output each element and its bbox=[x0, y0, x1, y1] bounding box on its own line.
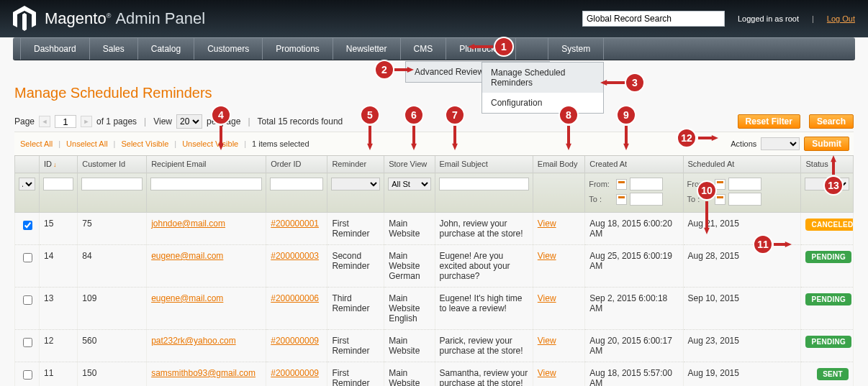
dropdown-item-manage-scheduled[interactable]: Manage Scheduled Reminders bbox=[482, 63, 603, 93]
nav-hidden[interactable] bbox=[516, 38, 548, 60]
cell-created: Aug 20, 2015 6:00:17 AM bbox=[585, 330, 683, 362]
filter-customer-id[interactable] bbox=[81, 178, 143, 190]
select-visible-link[interactable]: Select Visible bbox=[121, 139, 168, 148]
cell-email-link[interactable]: johndoe@mail.com bbox=[151, 219, 225, 229]
cell-email-link[interactable]: samsmithbo93@gmail.com bbox=[151, 368, 256, 378]
global-search-input[interactable] bbox=[582, 11, 725, 27]
dropdown-item-advanced-reviews[interactable]: Advanced Reviews & Reminders Manage Sche… bbox=[406, 62, 549, 82]
submit-button[interactable]: Submit bbox=[804, 137, 849, 151]
cell-created: Aug 18, 2015 5:57:00 AM bbox=[585, 362, 683, 387]
row-checkbox[interactable] bbox=[23, 253, 32, 262]
nav-dashboard[interactable]: Dashboard bbox=[20, 38, 90, 60]
calendar-icon[interactable] bbox=[715, 194, 725, 205]
filter-status[interactable] bbox=[805, 178, 849, 190]
filter-subject[interactable] bbox=[439, 178, 529, 190]
cell-scheduled: Aug 23, 2015 bbox=[683, 330, 801, 362]
dropdown-item-configuration[interactable]: Configuration bbox=[482, 93, 603, 113]
brand-name: Magento® Admin Panel bbox=[45, 9, 205, 28]
cell-email-link[interactable]: eugene@mail.com bbox=[151, 293, 223, 303]
cell-order-link[interactable]: #200000009 bbox=[271, 368, 319, 378]
table-row[interactable]: 13109eugene@mail.com#200000006Third Remi… bbox=[15, 288, 854, 330]
nav-plumrocket[interactable]: Plumrocket bbox=[446, 38, 516, 60]
cell-id: 12 bbox=[40, 330, 78, 362]
filter-created-to[interactable] bbox=[630, 193, 663, 206]
cell-email-link[interactable]: pat232rk@yahoo.com bbox=[151, 336, 236, 346]
col-store-view[interactable]: Store View bbox=[384, 156, 435, 173]
filter-created-from[interactable] bbox=[630, 178, 663, 190]
filter-reminder[interactable] bbox=[331, 178, 380, 190]
prev-page-button[interactable]: ◄ bbox=[39, 116, 50, 127]
calendar-icon[interactable] bbox=[616, 179, 627, 190]
nav-catalog[interactable]: Catalog bbox=[138, 38, 194, 60]
filter-scheduled-from[interactable] bbox=[728, 178, 761, 190]
cell-reminder: First Reminder bbox=[327, 362, 384, 387]
cell-body-link[interactable]: View bbox=[538, 336, 556, 346]
col-id[interactable]: ID↓ bbox=[40, 156, 78, 173]
page-input[interactable] bbox=[55, 115, 76, 128]
col-order-id[interactable]: Order ID bbox=[266, 156, 327, 173]
row-checkbox[interactable] bbox=[23, 221, 32, 230]
select-all-link[interactable]: Select All bbox=[20, 139, 53, 148]
total-records: Total 15 records found bbox=[258, 116, 343, 127]
col-created-at[interactable]: Created At bbox=[585, 156, 683, 173]
row-checkbox[interactable] bbox=[23, 370, 32, 380]
col-customer-id[interactable]: Customer Id bbox=[78, 156, 147, 173]
filter-order-id[interactable] bbox=[270, 178, 323, 190]
cell-scheduled: Sep 10, 2015 bbox=[683, 288, 801, 330]
pager-page-label: Page bbox=[14, 116, 35, 127]
col-recipient-email[interactable]: Recipient Email bbox=[147, 156, 266, 173]
cell-customer-id: 109 bbox=[78, 288, 147, 330]
cell-body-link[interactable]: View bbox=[538, 368, 556, 378]
nav-promotions[interactable]: Promotions bbox=[263, 38, 333, 60]
table-row[interactable]: 1575johndoe@mail.com#200000001First Remi… bbox=[15, 213, 854, 245]
cell-order-link[interactable]: #200000001 bbox=[271, 219, 319, 229]
cell-order-link[interactable]: #200000009 bbox=[271, 336, 319, 346]
cell-email-link[interactable]: eugene@mail.com bbox=[151, 251, 223, 261]
cell-id: 15 bbox=[40, 213, 78, 245]
cell-customer-id: 75 bbox=[78, 213, 147, 245]
col-status[interactable]: Status bbox=[801, 156, 854, 173]
dropdown-menu: Advanced Reviews & Reminders Manage Sche… bbox=[405, 61, 550, 83]
nav-newsletter[interactable]: Newsletter bbox=[333, 38, 401, 60]
row-checkbox[interactable] bbox=[23, 338, 32, 347]
filter-checkbox[interactable]: Any bbox=[19, 178, 35, 190]
unselect-all-link[interactable]: Unselect All bbox=[66, 139, 107, 148]
nav-sales[interactable]: Sales bbox=[90, 38, 138, 60]
nav-system[interactable]: System bbox=[548, 38, 604, 60]
unselect-visible-link[interactable]: Unselect Visible bbox=[182, 139, 238, 148]
table-row[interactable]: 1484eugene@mail.com#200000003Second Remi… bbox=[15, 245, 854, 288]
magento-logo-icon bbox=[13, 6, 36, 32]
col-email-subject[interactable]: Email Subject bbox=[435, 156, 533, 173]
next-page-button[interactable]: ► bbox=[81, 116, 92, 127]
nav-customers[interactable]: Customers bbox=[194, 38, 263, 60]
cell-order-link[interactable]: #200000003 bbox=[271, 251, 319, 261]
status-badge: SENT bbox=[817, 368, 849, 380]
table-row[interactable]: 11150samsmithbo93@gmail.com#200000009Fir… bbox=[15, 362, 854, 387]
svg-marker-1 bbox=[22, 13, 27, 31]
row-checkbox[interactable] bbox=[23, 295, 32, 305]
filter-email[interactable] bbox=[150, 178, 262, 190]
calendar-icon[interactable] bbox=[616, 194, 627, 205]
per-page-select[interactable]: 20 bbox=[176, 114, 202, 129]
calendar-icon[interactable] bbox=[715, 179, 725, 190]
cell-order-link[interactable]: #200000006 bbox=[271, 293, 319, 303]
logout-link[interactable]: Log Out bbox=[827, 14, 855, 23]
cell-store: Main Website English bbox=[384, 288, 435, 330]
reset-filter-button[interactable]: Reset Filter bbox=[738, 114, 800, 129]
table-row[interactable]: 12560pat232rk@yahoo.com#200000009First R… bbox=[15, 330, 854, 362]
col-reminder[interactable]: Reminder bbox=[327, 156, 384, 173]
filter-scheduled-to[interactable] bbox=[728, 193, 761, 206]
actions-select[interactable] bbox=[761, 137, 800, 150]
cell-subject: Eugene! Are you excited about your purch… bbox=[435, 245, 533, 288]
search-button[interactable]: Search bbox=[809, 114, 854, 129]
nav-cms[interactable]: CMS bbox=[401, 38, 447, 60]
filter-store[interactable]: All St bbox=[388, 178, 430, 190]
cell-body-link[interactable]: View bbox=[538, 219, 556, 229]
status-badge: CANCELED bbox=[805, 219, 853, 231]
cell-body-link[interactable]: View bbox=[538, 293, 556, 303]
col-scheduled-at[interactable]: Scheduled At bbox=[683, 156, 801, 173]
cell-body-link[interactable]: View bbox=[538, 251, 556, 261]
col-checkbox[interactable] bbox=[15, 156, 40, 173]
filter-id[interactable] bbox=[43, 178, 73, 190]
col-email-body[interactable]: Email Body bbox=[533, 156, 584, 173]
